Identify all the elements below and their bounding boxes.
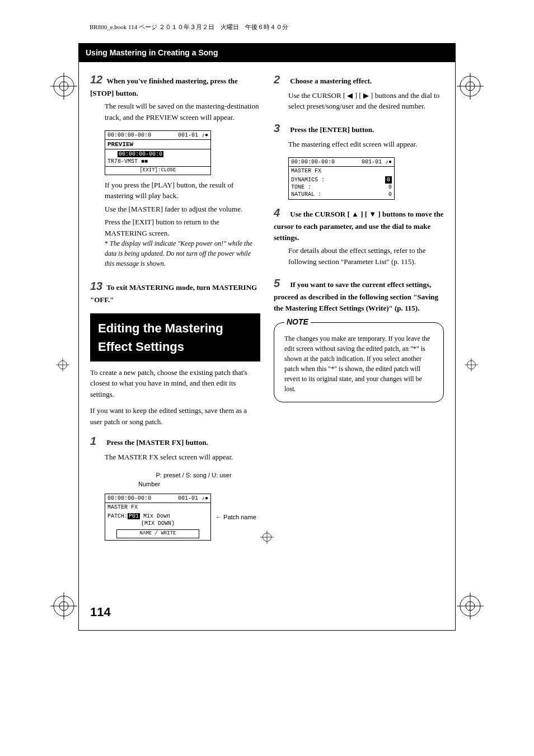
note-body: The changes you make are temporary. If y… [284, 334, 433, 394]
step-13-number: 13 [90, 278, 105, 294]
screen1-line-2: TR78-VMST ■■ [107, 158, 208, 165]
screen3-timecode: 00:00:00-00:0 [291, 158, 335, 166]
screen3-param2-name: TONE : [291, 184, 311, 191]
screen1-title: PREVIEW [105, 140, 210, 149]
screen3-marker: 001-01 ♪● [362, 158, 392, 166]
screen2-patch-label: PATCH: [107, 513, 128, 519]
screen3-title: MASTER FX [289, 167, 394, 175]
print-header: BR800_e.book 114 ページ ２０１０年３月２日 火曜日 午後６時４… [34, 22, 500, 32]
step-1: 1 Press the [MASTER FX] button. The MAST… [90, 433, 260, 463]
step-12-body-3: Use the [MASTER] fader to adjust the vol… [105, 204, 260, 215]
annotation-preset: P: preset / S: song / U: user [127, 471, 260, 480]
right-column: 2 Choose a mastering effect. Use the CUR… [274, 71, 444, 545]
step-12-note: The display will indicate "Keep power on… [105, 238, 260, 269]
step-13-title: To exit MASTERING mode, turn MASTERING "… [90, 283, 257, 304]
page-number: 114 [90, 603, 111, 621]
step-2: 2 Choose a mastering effect. Use the CUR… [274, 71, 444, 112]
master-fx-select-screen: 00:00:00-00:0 001-01 ♪● MASTER FX PATCH:… [105, 494, 211, 541]
screen2-patch-sub: (MIX DOWN) [107, 520, 208, 527]
screen2-title: MASTER FX [105, 503, 210, 511]
screen1-footer: [EXIT]:CLOSE [105, 166, 210, 175]
section-title-editing: Editing the Mastering Effect Settings [90, 313, 260, 361]
step-2-body: Use the CURSOR [ ◀ ] [ ▶ ] buttons and t… [288, 90, 444, 112]
annotation-patch-name: Patch name [216, 513, 256, 522]
registration-mark-ml [56, 358, 69, 372]
note-label: NOTE [284, 316, 311, 328]
screen3-param3-val: 0 [388, 191, 392, 198]
step-12-number: 12 [90, 71, 105, 88]
screen1-marker: 001-01 ♪● [178, 132, 208, 139]
screen2-timecode: 00:00:00-00:0 [107, 495, 151, 502]
step-2-number: 2 [274, 71, 288, 88]
left-column: 12 When you've finished mastering, press… [90, 71, 260, 545]
screen3-param1-val: 0 [385, 176, 392, 184]
annotation-number: Number [138, 480, 260, 489]
step-2-title: Choose a mastering effect. [290, 77, 372, 85]
intro-1: To create a new patch, choose the existi… [90, 367, 260, 400]
step-5: 5 If you want to save the current effect… [274, 275, 444, 313]
step-4-title: Use the CURSOR [ ▲ ] [ ▼ ] buttons to mo… [274, 210, 443, 242]
screen3-param2-val: 0 [388, 184, 392, 191]
screen2-marker: 001-01 ♪● [178, 495, 208, 502]
content-area: Using Mastering in Creating a Song 12 Wh… [78, 43, 456, 631]
master-fx-edit-screen: 00:00:00-00:0 001-01 ♪● MASTER FX DYNAMI… [288, 157, 395, 200]
registration-mark-tl [50, 73, 77, 100]
arrow-left-icon [216, 514, 223, 520]
note-block: NOTE The changes you make are temporary.… [274, 322, 444, 402]
step-12-title: When you've finished mastering, press th… [90, 77, 238, 97]
step-12-body-4: Press the [EXIT] button to return to the… [105, 217, 260, 238]
step-13: 13 To exit MASTERING mode, turn MASTERIN… [90, 278, 260, 306]
step-4-number: 4 [274, 204, 288, 221]
step-3-body: The mastering effect edit screen will ap… [288, 139, 444, 150]
step-3: 3 Press the [ENTER] button. The masterin… [274, 120, 444, 150]
registration-mark-br [457, 593, 484, 619]
step-5-number: 5 [274, 275, 288, 292]
screen2-patch-name: Mix Down [143, 513, 170, 519]
step-3-title: Press the [ENTER] button. [290, 125, 374, 134]
registration-mark-bl [50, 593, 77, 619]
step-12-body-1: The result will be saved on the masterin… [105, 101, 260, 123]
screen1-timecode: 00:00:00-00:0 [107, 132, 151, 139]
step-1-body: The MASTER FX select screen will appear. [105, 452, 260, 463]
screen2-patch-num: P01 [128, 513, 140, 519]
registration-mark-tr [457, 73, 484, 100]
screen2-footer: NAME / WRITE [116, 529, 199, 538]
section-header: Using Mastering in Creating a Song [79, 44, 455, 62]
screen3-param3-name: NATURAL : [291, 191, 321, 198]
intro-2: If you want to keep the edited settings,… [90, 405, 260, 427]
step-4-body: For details about the effect settings, r… [288, 245, 444, 267]
step-4: 4 Use the CURSOR [ ▲ ] [ ▼ ] buttons to … [274, 204, 444, 267]
preview-screen: 00:00:00-00:0 001-01 ♪● PREVIEW 00:00:00… [105, 130, 211, 175]
step-1-title: Press the [MASTER FX] button. [106, 438, 208, 447]
step-3-number: 3 [274, 120, 288, 137]
step-12-body-2: If you press the [PLAY] button, the resu… [105, 180, 260, 201]
registration-mark-mr [465, 358, 478, 372]
screen3-param1-name: DYNAMICS : [291, 176, 325, 184]
step-5-title: If you want to save the current effect s… [274, 280, 438, 312]
screen1-line-1: 00:00:00-00:0 [107, 151, 208, 158]
step-12: 12 When you've finished mastering, press… [90, 71, 260, 123]
step-1-number: 1 [90, 433, 105, 449]
